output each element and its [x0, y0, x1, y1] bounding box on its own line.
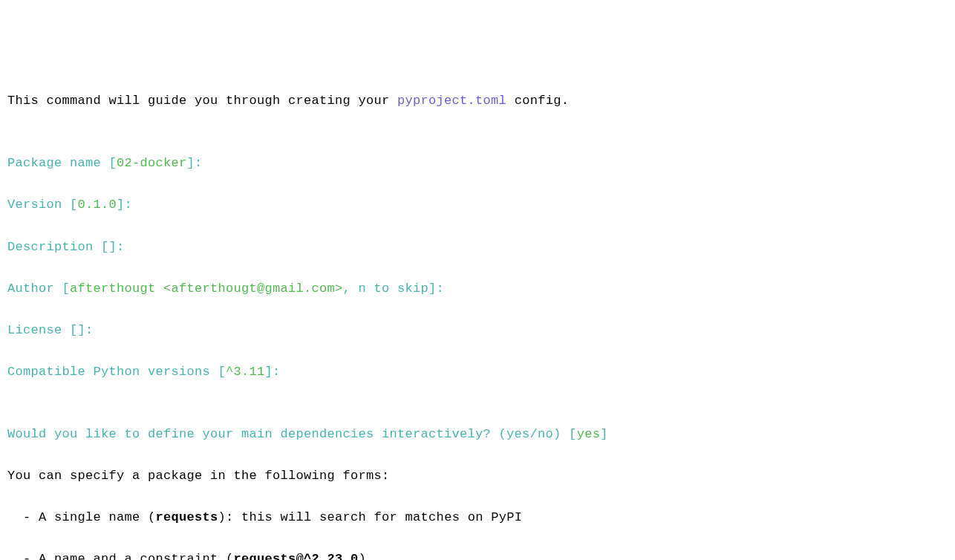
bullet: - [7, 552, 39, 560]
form-prefix: A name and a constraint ( [39, 552, 234, 560]
python-prompt: Compatible Python versions [^3.11]: [7, 362, 948, 382]
package-name-close: ]: [187, 156, 203, 170]
main-deps-close: ] [600, 427, 608, 441]
package-name-default: 02-docker [117, 156, 187, 170]
main-deps-text: Would you like to define your main depen… [7, 427, 577, 441]
intro-prefix: This command will guide you through crea… [7, 94, 397, 108]
license-prompt: License []: [7, 320, 948, 341]
author-label: Author [ [7, 281, 70, 296]
form-suffix: ): this will search for matches on PyPI [218, 510, 523, 524]
intro-line: This command will guide you through crea… [7, 91, 948, 111]
terminal-output: This command will guide you through crea… [7, 91, 948, 560]
form-suffix: ) [359, 552, 367, 560]
form-item: - A name and a constraint (requests@^2.2… [7, 549, 948, 560]
version-label: Version [ [7, 198, 78, 212]
package-name-prompt: Package name [02-docker]: [7, 153, 948, 174]
description-prompt: Description []: [7, 237, 948, 258]
python-default: ^3.11 [226, 365, 265, 379]
main-deps-default: yes [577, 427, 601, 441]
form-code: requests@^2.23.0 [234, 552, 359, 560]
form-item: - A single name (requests): this will se… [7, 507, 948, 528]
author-prompt: Author [afterthougt <afterthougt@gmail.c… [7, 279, 948, 299]
form-code: requests [156, 510, 218, 524]
version-close: ]: [117, 198, 132, 212]
pyproject-filename: pyproject.toml [397, 94, 506, 108]
version-default: 0.1.0 [78, 198, 117, 212]
author-suffix: , n to skip]: [343, 281, 445, 296]
intro-suffix: config. [506, 94, 569, 108]
package-name-label: Package name [ [7, 156, 117, 170]
main-deps-question: Would you like to define your main depen… [7, 424, 948, 445]
version-prompt: Version [0.1.0]: [7, 195, 948, 215]
form-prefix: A single name ( [39, 510, 156, 524]
python-label: Compatible Python versions [ [7, 365, 226, 379]
python-close: ]: [265, 365, 281, 379]
author-value: afterthougt <afterthougt@gmail.com> [70, 281, 343, 296]
forms-intro: You can specify a package in the followi… [7, 466, 948, 486]
bullet: - [7, 510, 39, 524]
